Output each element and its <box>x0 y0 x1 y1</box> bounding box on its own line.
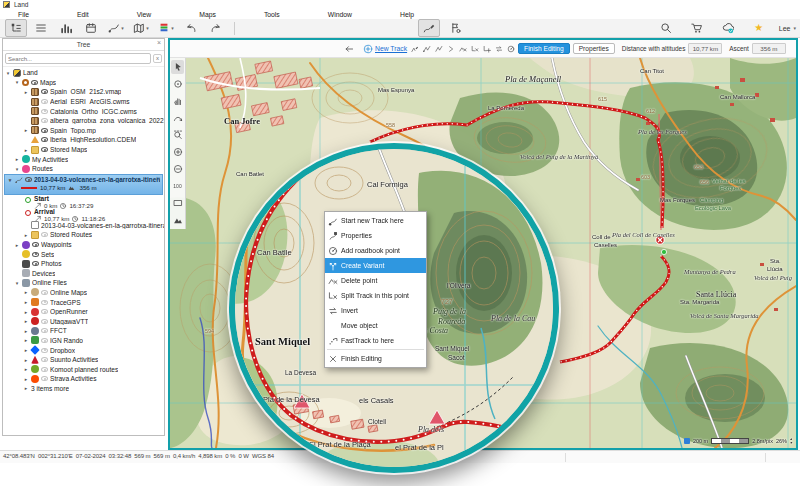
split-track-button[interactable] <box>470 43 479 55</box>
tree-item-maps[interactable]: ▾Maps <box>3 78 164 88</box>
zoom-out-button[interactable] <box>171 162 184 176</box>
visibility-toggle[interactable] <box>32 242 39 247</box>
expand-arrow[interactable]: ▸ <box>23 309 29 315</box>
expand-arrow[interactable]: ▸ <box>23 299 29 305</box>
visibility-toggle[interactable] <box>41 338 48 343</box>
visibility-toggle[interactable] <box>41 232 48 237</box>
search-button[interactable] <box>655 19 677 37</box>
visibility-toggle[interactable] <box>32 252 39 257</box>
track-tools-button[interactable]: ▾ <box>105 19 127 37</box>
visibility-toggle[interactable] <box>41 99 48 104</box>
draw-line-button[interactable] <box>434 43 443 55</box>
tree-item-2013-04-03-volcanes-en-la-garrotxa-itine[interactable]: 2013-04-03-volcanes-en-la-garrotxa-itine… <box>3 221 164 231</box>
tree-item-suunto-activities[interactable]: ▸Suunto Activities <box>3 355 164 365</box>
menu-view[interactable]: View <box>137 11 152 18</box>
properties-button[interactable]: Properties <box>573 43 615 54</box>
context-menu-item-finish-editing[interactable]: Finish Editing <box>325 351 426 366</box>
expand-arrow[interactable]: ▸ <box>23 337 29 343</box>
calendar-view-button[interactable] <box>80 19 102 37</box>
expand-arrow[interactable]: ▸ <box>23 347 29 353</box>
visibility-toggle[interactable] <box>41 118 48 123</box>
rotate-tool-button[interactable] <box>171 111 184 125</box>
delete-point-button[interactable] <box>458 43 467 55</box>
tree-item-my-activities[interactable]: ▸My Activities <box>3 154 164 164</box>
close-panel-button[interactable]: × <box>157 39 161 46</box>
cloud-sync-button[interactable] <box>717 19 739 37</box>
statistics-view-button[interactable] <box>55 19 77 37</box>
edit-track-mode-button[interactable] <box>418 19 440 37</box>
tree-item-iberia-highresolution-cdem[interactable]: Iberia_HighResolution.CDEM <box>3 135 164 145</box>
visibility-toggle[interactable] <box>41 319 48 324</box>
maximize-button[interactable] <box>722 0 736 9</box>
visibility-toggle[interactable] <box>41 109 48 114</box>
visibility-toggle[interactable] <box>41 128 48 133</box>
visibility-toggle[interactable] <box>41 376 48 381</box>
menu-tools[interactable]: Tools <box>264 11 280 18</box>
context-menu-item-create-variant[interactable]: Create Variant <box>325 258 426 273</box>
expand-arrow[interactable]: ▾ <box>14 79 20 85</box>
add-point-button[interactable] <box>482 43 491 55</box>
tree-item-stored-maps[interactable]: ▸Stored Maps <box>3 145 164 155</box>
minimize-button[interactable] <box>680 0 694 9</box>
pan-tool-button[interactable] <box>171 94 184 108</box>
expand-arrow[interactable]: ▸ <box>23 89 29 95</box>
tree-item-online-files[interactable]: ▾Online Files <box>3 278 164 288</box>
view-3d-button[interactable] <box>171 213 184 227</box>
tree-item-routes[interactable]: ▾Routes <box>3 164 164 174</box>
expand-arrow[interactable]: ▸ <box>23 232 29 238</box>
expand-arrow[interactable]: ▸ <box>23 127 29 133</box>
visibility-toggle[interactable] <box>41 290 48 295</box>
visibility-toggle[interactable] <box>25 177 32 182</box>
center-map-tool-button[interactable] <box>171 77 184 91</box>
visibility-toggle[interactable] <box>41 137 48 142</box>
visibility-toggle[interactable] <box>41 367 48 372</box>
tree-item-selected-track[interactable]: ▾2013-04-03-volcanes-en-la-garrotxa-itin… <box>4 174 163 195</box>
visibility-toggle[interactable] <box>41 147 48 152</box>
finish-editing-button[interactable]: Finish Editing <box>518 43 570 54</box>
tree-item-photos[interactable]: Photos <box>3 259 164 269</box>
tree-item-tracegps[interactable]: ▸TraceGPS <box>3 297 164 307</box>
tree-view-button[interactable] <box>5 19 27 37</box>
back-button[interactable] <box>338 40 360 58</box>
expand-arrow[interactable]: ▸ <box>23 289 29 295</box>
draw-track-button[interactable] <box>410 43 419 55</box>
deselect-track-button[interactable]: × <box>156 175 160 182</box>
expand-arrow[interactable]: ▾ <box>7 177 13 183</box>
expand-arrow[interactable]: ▾ <box>5 70 11 76</box>
expand-arrow[interactable]: ▸ <box>23 328 29 334</box>
visibility-toggle[interactable] <box>41 309 48 314</box>
close-button[interactable] <box>760 0 774 9</box>
tree-item-komoot-planned-routes[interactable]: ▸Komoot planned routes <box>3 364 164 374</box>
tree-item-waypoints[interactable]: ▸Waypoints <box>3 240 164 250</box>
tree-item-spain-osm-21s2-vmap[interactable]: ▸Spain_OSM_21s2.vmap <box>3 87 164 97</box>
context-menu-item-split-track[interactable]: Split Track in this point <box>325 288 426 303</box>
expand-arrow[interactable]: ▸ <box>23 357 29 363</box>
menu-maps[interactable]: Maps <box>199 11 216 18</box>
zoom-in-button[interactable] <box>171 145 184 159</box>
invert-track-button[interactable] <box>494 43 503 55</box>
expand-arrow[interactable]: ▸ <box>23 366 29 372</box>
zoom-100-button[interactable]: 100 <box>171 179 184 193</box>
clear-search-button[interactable]: x <box>153 54 162 63</box>
menu-file[interactable]: File <box>18 11 29 18</box>
context-menu-item-move-object[interactable]: Move object <box>325 318 426 333</box>
new-track-button[interactable]: New Track <box>363 44 407 54</box>
zoom-stepper[interactable]: ▴▾ <box>790 437 792 445</box>
tree-item-land[interactable]: ▾Land <box>3 68 164 78</box>
tree-item-ign-rando[interactable]: ▸IGN Rando <box>3 336 164 346</box>
context-menu-item-add-roadbook-point[interactable]: Add roadbook point <box>325 243 426 258</box>
tree-item-online-maps[interactable]: ▸Online Maps <box>3 288 164 298</box>
device-transfer-button[interactable] <box>444 19 466 37</box>
context-menu-item-properties[interactable]: Properties <box>325 228 426 243</box>
pointer-tool-button[interactable] <box>171 60 184 74</box>
store-button[interactable] <box>686 19 708 37</box>
tree-item-arrival[interactable]: Arrival10,77 km11:18:26 <box>3 208 164 221</box>
visibility-toggle[interactable] <box>41 348 48 353</box>
map-tools-button[interactable]: ▾ <box>130 19 152 37</box>
expand-arrow[interactable]: ▸ <box>14 242 20 248</box>
expand-arrow[interactable]: ▾ <box>14 166 20 172</box>
visibility-toggle[interactable] <box>41 300 48 305</box>
tree-item-catalonia-ortho-icgc-cwms[interactable]: Catalonia_Ortho_ICGC.cwms <box>3 106 164 116</box>
tree-item-3-items-more[interactable]: ▸3 items more <box>3 384 164 394</box>
favorites-button[interactable]: ★ <box>748 19 770 37</box>
